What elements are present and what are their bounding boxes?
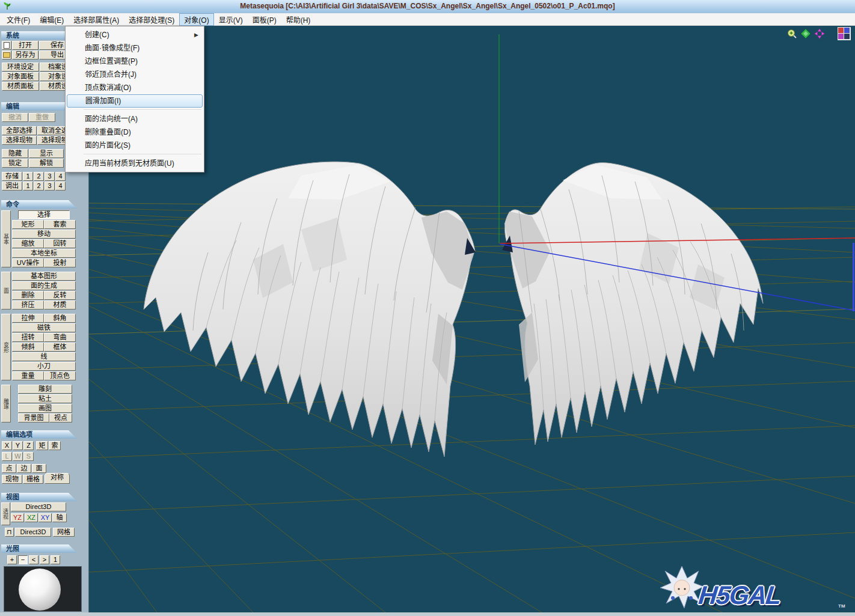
plane-xz-button[interactable]: XZ <box>25 513 38 522</box>
pan-icon[interactable] <box>814 28 825 39</box>
hide-button[interactable]: 隐藏 <box>2 149 28 158</box>
unlock-button[interactable]: 解锁 <box>29 159 64 168</box>
cmd-rect-button[interactable]: 矩形 <box>12 220 44 229</box>
recall-slot-4[interactable]: 4 <box>55 181 66 191</box>
light-1-button[interactable]: 1 <box>51 555 60 564</box>
new-doc-icon-button[interactable] <box>2 41 11 50</box>
lock-button[interactable]: 锁定 <box>2 159 28 168</box>
cmd-primitive-button[interactable]: 基本图形 <box>12 272 76 281</box>
rect-select-toggle[interactable]: 矩 <box>36 441 48 450</box>
select-current-button[interactable]: 选择现物 <box>2 136 37 145</box>
command-tab-deform[interactable]: 变形 <box>1 314 11 380</box>
command-tab-basic[interactable]: 基本 <box>1 210 11 267</box>
menu-item-create[interactable]: 创建(C) ▶ <box>66 28 204 41</box>
cmd-bgimage-button[interactable]: 背景图 <box>18 413 49 422</box>
menu-item-apply-material[interactable]: 应用当前材质到无材质面(U) <box>66 157 204 170</box>
store-slot-1[interactable]: 1 <box>23 172 33 181</box>
menubar-item-panel[interactable]: 面板(P) <box>248 13 281 26</box>
command-tab-face[interactable]: 面 <box>1 272 11 310</box>
store-slot-2[interactable]: 2 <box>34 172 44 181</box>
menubar-item-object[interactable]: 对象(O) <box>179 13 213 26</box>
material-panel-button[interactable]: 材质面板 <box>2 82 39 91</box>
menu-item-smooth-subdivide[interactable]: 圆滑加面(I) <box>67 94 203 108</box>
cmd-project-button[interactable]: 投射 <box>44 258 76 267</box>
light-add-button[interactable]: + <box>7 555 17 564</box>
plane-yz-button[interactable]: YZ <box>11 513 24 522</box>
cmd-lasso-button[interactable]: 套索 <box>44 220 76 229</box>
palette-icon[interactable] <box>838 27 851 40</box>
face-mode-toggle[interactable]: 面 <box>32 464 46 473</box>
store-slot-3[interactable]: 3 <box>44 172 55 181</box>
menu-item-reduce-vertices[interactable]: 顶点数消减(O) <box>66 81 204 94</box>
cmd-bevel-button[interactable]: 斜角 <box>44 314 76 323</box>
light-next-button[interactable]: > <box>40 555 49 564</box>
axis-z-toggle[interactable]: Z <box>23 441 34 450</box>
store-slot-4[interactable]: 4 <box>55 172 66 181</box>
cmd-lattice-button[interactable]: 框体 <box>44 343 76 352</box>
cmd-select-button[interactable]: 选择 <box>18 210 70 219</box>
env-settings-button[interactable]: 环境设定 <box>2 63 39 72</box>
symmetry-tab[interactable]: 对称 <box>44 473 70 484</box>
cmd-local-coord-button[interactable]: 本地坐标 <box>12 249 76 258</box>
menubar-item-selection-proc[interactable]: 选择部处理(S) <box>124 13 179 26</box>
cmd-knife-button[interactable]: 小刀 <box>12 362 76 371</box>
plane-xy-button[interactable]: XY <box>38 513 52 522</box>
perspective-icon-button[interactable]: ⊓ <box>5 528 14 537</box>
open-folder-icon-button[interactable] <box>2 50 11 59</box>
cmd-line-button[interactable]: 线 <box>12 352 76 361</box>
menubar-item-help[interactable]: 帮助(H) <box>281 13 316 26</box>
grid-display-button[interactable]: 网格 <box>53 528 75 537</box>
recall-slot-3[interactable]: 3 <box>44 181 55 191</box>
cmd-vertexcolor-button[interactable]: 顶点色 <box>44 371 76 380</box>
menu-item-frame-adjust[interactable]: 边框位置调整(P) <box>66 55 204 68</box>
cmd-clay-button[interactable]: 粘土 <box>18 394 72 403</box>
light-preview-box[interactable] <box>4 566 82 612</box>
undo-button[interactable]: 撤消 <box>2 113 28 122</box>
menubar-item-edit[interactable]: 编辑(E) <box>35 13 69 26</box>
recall-slot-1[interactable]: 1 <box>23 181 33 191</box>
select-all-button[interactable]: 全部选择 <box>2 126 37 135</box>
cmd-rotate-button[interactable]: 回转 <box>44 239 76 248</box>
cmd-paint-button[interactable]: 画图 <box>18 404 72 413</box>
cmd-face-gen-button[interactable]: 面的生成 <box>12 281 76 290</box>
cmd-material-button[interactable]: 材质 <box>44 300 76 310</box>
cmd-twist-button[interactable]: 扭转 <box>12 333 44 342</box>
grid-snap-toggle[interactable]: 栅格 <box>23 475 43 484</box>
lasso-select-toggle[interactable]: 索 <box>49 441 61 450</box>
open-button[interactable]: 打开 <box>12 41 38 50</box>
store-label-button[interactable]: 存储 <box>2 172 22 181</box>
object-snap-toggle[interactable]: 现物 <box>2 475 22 484</box>
s-toggle[interactable]: S <box>23 452 34 461</box>
menubar-item-view[interactable]: 显示(V) <box>214 13 248 26</box>
axis-y-toggle[interactable]: Y <box>13 441 23 450</box>
renderer2-button[interactable]: Direct3D <box>15 528 51 537</box>
cmd-stretch-button[interactable]: 拉伸 <box>12 314 44 323</box>
cmd-magnet-button[interactable]: 磁铁 <box>12 323 76 332</box>
cmd-scale-button[interactable]: 缩放 <box>12 239 44 248</box>
l-toggle[interactable]: L <box>2 452 12 461</box>
cmd-uv-button[interactable]: UV操作 <box>12 258 44 267</box>
menu-item-mirror-form[interactable]: 曲面·镜像成型(F) <box>66 41 204 55</box>
light-remove-button[interactable]: − <box>18 555 28 564</box>
recall-label-button[interactable]: 调出 <box>2 181 22 191</box>
zoom-icon[interactable] <box>786 28 797 39</box>
w-toggle[interactable]: W <box>13 452 23 461</box>
recall-slot-2[interactable]: 2 <box>34 181 44 191</box>
point-mode-toggle[interactable]: 点 <box>2 464 16 473</box>
cmd-invert-button[interactable]: 反转 <box>44 291 76 300</box>
renderer-button[interactable]: Direct3D <box>11 502 66 511</box>
cmd-shear-button[interactable]: 倾斜 <box>12 343 44 352</box>
menu-item-unify-normals[interactable]: 面的法向统一(A) <box>66 112 204 126</box>
cmd-viewpoint-button[interactable]: 视点 <box>49 413 72 422</box>
light-prev-button[interactable]: < <box>29 555 38 564</box>
cmd-bend-button[interactable]: 弯曲 <box>44 333 76 342</box>
menu-item-delete-overlapping[interactable]: 删除重叠面(D) <box>66 126 204 139</box>
save-as-button[interactable]: 另存为 <box>12 50 38 59</box>
orbit-icon[interactable] <box>800 28 811 39</box>
cmd-sculpt-button[interactable]: 雕刻 <box>18 385 72 394</box>
redo-button[interactable]: 重做 <box>29 113 55 122</box>
axis-display-button[interactable]: 轴 <box>52 513 67 522</box>
show-button[interactable]: 显示 <box>29 149 64 158</box>
edge-mode-toggle[interactable]: 边 <box>17 464 31 473</box>
cmd-delete-button[interactable]: 删除 <box>12 291 44 300</box>
